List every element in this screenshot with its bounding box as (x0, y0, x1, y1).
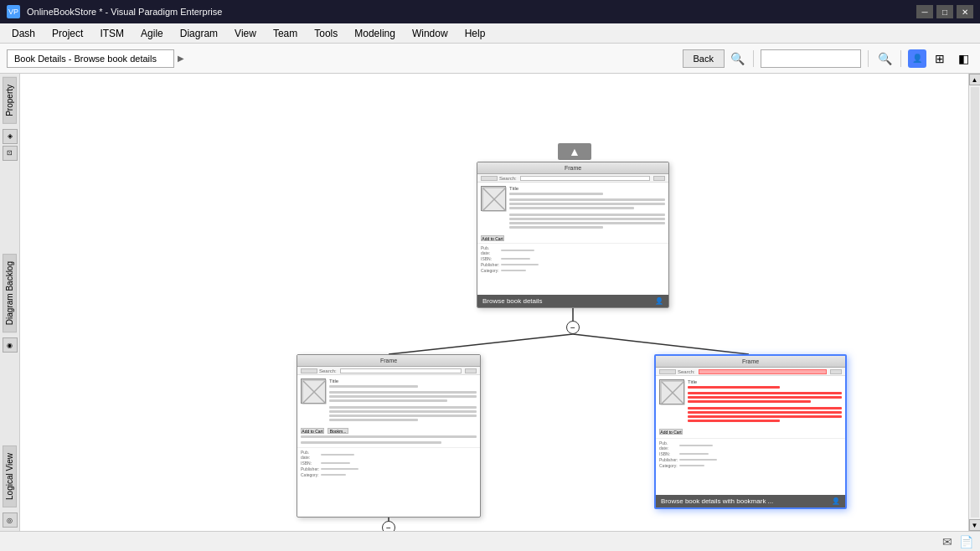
menu-tools[interactable]: Tools (306, 26, 346, 41)
frame-image (481, 186, 506, 211)
frame-search-btn (653, 176, 665, 181)
menu-modeling[interactable]: Modeling (346, 26, 404, 41)
frame-btn-action1: Add to Cart (481, 235, 504, 241)
canvas-area[interactable]: ▲ Frame Search: Title (20, 74, 968, 531)
frame-search-btn-right (830, 369, 842, 374)
frame-footer-line4: Category: (481, 268, 665, 273)
frame-action-area-left: Add to Cart Bookm... (297, 426, 480, 447)
frame-line-4 (509, 207, 634, 209)
frame-details-main: Title (509, 186, 665, 230)
frame-btn-addcart-left: Add to Cart (301, 428, 324, 434)
menubar: Dash Project ITSM Agile Diagram View Tea… (0, 23, 980, 44)
wireframe-left-child[interactable]: Frame Search: Title (297, 354, 481, 518)
frame-search-bar-left (340, 368, 462, 373)
back-button[interactable]: Back (683, 49, 725, 68)
frame-search-bar (520, 176, 650, 181)
window-controls[interactable]: ─ □ ✕ (916, 5, 973, 18)
minimize-button[interactable]: ─ (916, 5, 933, 18)
frame-footer-ll4: Category: (301, 472, 477, 477)
frame-line-l6 (329, 410, 477, 413)
main-area: Property◈⊡Diagram Backlog◉Logical View◎ … (0, 74, 980, 531)
app-title: OnlineBookStore * - Visual Paradigm Ente… (27, 7, 222, 17)
statusbar-email-btn[interactable]: ✉ (942, 535, 952, 548)
sidebar-tab-logical[interactable]: Logical View (3, 445, 17, 507)
frame-content-right: Title (656, 376, 845, 427)
close-button[interactable]: ✕ (957, 5, 973, 18)
user-icon: 👤 (908, 49, 926, 68)
left-sidebar: Property◈⊡Diagram Backlog◉Logical View◎ (0, 74, 20, 531)
menu-team[interactable]: Team (265, 26, 306, 41)
nav-circle-2: − (382, 521, 395, 531)
menu-agile[interactable]: Agile (132, 26, 172, 41)
nav-up-button[interactable]: ▲ (558, 143, 591, 160)
scroll-track (971, 87, 979, 518)
frame-line-r1 (688, 386, 780, 389)
right-scrollbar[interactable]: ▲ ▼ (968, 74, 980, 531)
frame-search-label: Search: (499, 176, 517, 181)
toolbar-divider3 (900, 50, 901, 67)
frame-content-left: Title (297, 375, 480, 426)
breadcrumb: Book Details - Browse book details (7, 49, 174, 68)
frame-label-right: Browse book details with bookmark ... 👤 (656, 495, 845, 507)
toolbar-divider2 (868, 50, 869, 67)
frame-search-btn-left (465, 368, 477, 373)
frame-line-l4 (329, 399, 447, 402)
frame-footer-ll1: Pub. date: (301, 450, 477, 460)
frame-nav-btns-right (659, 369, 676, 374)
frame-search-label-left: Search: (319, 368, 337, 373)
sidebar-tab-property[interactable]: Property (3, 77, 17, 124)
scroll-up-arrow[interactable]: ▲ (969, 74, 981, 85)
frame-label-text-main: Browse book details (482, 297, 543, 305)
wireframe-main[interactable]: Frame Search: Title (477, 162, 669, 308)
frame-line-2 (509, 198, 665, 201)
toolbar-icon-btn2[interactable]: ◧ (953, 49, 973, 69)
search-input[interactable] (761, 49, 861, 68)
frame-nav-btns-left (301, 368, 317, 373)
frame-toolbar-left: Search: (297, 367, 480, 375)
frame-nav-btns (481, 176, 498, 181)
frame-footer-rl4: Category: (659, 463, 842, 468)
frame-footer-left: Pub. date: ISBN: Publisher: Category: (297, 447, 480, 480)
frame-icon-right: 👤 (832, 497, 840, 505)
frame-label-text-right: Browse book details with bookmark ... (661, 497, 773, 505)
frame-line-l8 (329, 419, 418, 421)
wireframe-right-child[interactable]: Frame Search: Title (654, 354, 847, 509)
frame-line-1 (509, 193, 603, 195)
frame-line-l7 (329, 415, 477, 417)
menu-itsm[interactable]: ITSM (91, 26, 132, 41)
frame-action-area-right: Add to Cart (656, 427, 845, 438)
frame-details-left: Title (329, 378, 477, 423)
frame-footer-main: Pub. date: ISBN: Publisher: Category: (477, 243, 668, 276)
menu-window[interactable]: Window (404, 26, 456, 41)
menu-project[interactable]: Project (44, 26, 91, 41)
frame-btn-addcart-right: Add to Cart (659, 429, 683, 435)
frame-footer-right: Pub. date: ISBN: Publisher: Category: (656, 438, 845, 471)
frame-title-right: Title (688, 379, 842, 384)
nav-circle-1: − (566, 321, 580, 334)
sidebar-tab-backlog[interactable]: Diagram Backlog (3, 254, 17, 332)
menu-view[interactable]: View (226, 26, 265, 41)
menu-dash[interactable]: Dash (3, 26, 44, 41)
frame-content-main: Title (477, 183, 668, 234)
frame-footer-rl2: ISBN: (659, 451, 842, 456)
zoom-in-button[interactable]: 🔍 (875, 49, 894, 68)
zoom-out-button[interactable]: 🔍 (728, 49, 746, 68)
frame-line-7 (509, 222, 665, 224)
statusbar-doc-btn[interactable]: 📄 (959, 535, 973, 548)
toolbar-icon-btn1[interactable]: ⊞ (930, 49, 950, 69)
frame-details-right: Title (688, 379, 842, 424)
frame-image-left (301, 378, 326, 404)
svg-line-2 (573, 334, 749, 354)
maximize-button[interactable]: □ (936, 5, 953, 18)
scroll-down-arrow[interactable]: ▼ (969, 519, 981, 531)
menu-help[interactable]: Help (456, 26, 494, 41)
frame-line-l3 (329, 395, 477, 398)
frame-footer-rl3: Publisher: (659, 457, 842, 462)
frame-btn-bookmark-left: Bookm... (328, 428, 348, 434)
frame-line-r6 (688, 411, 842, 414)
frame-footer-rl1: Pub. date: (659, 440, 842, 451)
menu-diagram[interactable]: Diagram (172, 26, 226, 41)
frame-title-text: Title (509, 186, 665, 191)
frame-line-extra2 (301, 441, 441, 444)
toolbar: Book Details - Browse book details ▶ Bac… (0, 44, 980, 74)
